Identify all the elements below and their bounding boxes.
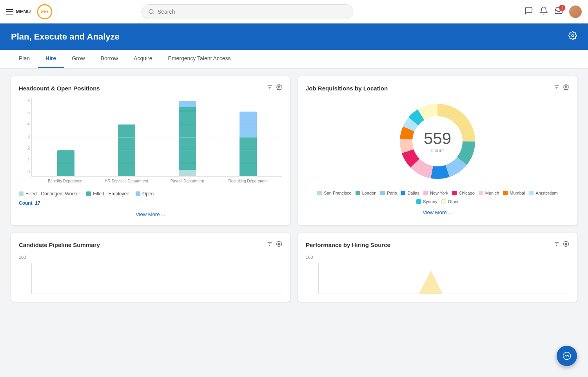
performance-filter-button[interactable] xyxy=(554,241,560,249)
menu-button[interactable]: MENU xyxy=(6,9,31,14)
legend-london-label: London xyxy=(362,191,377,195)
menu-label: MENU xyxy=(16,9,31,14)
y-label-1: 1 xyxy=(19,157,30,162)
x-label-benefits: Benefits Department xyxy=(39,179,92,183)
y-label-5: 5 xyxy=(19,110,30,115)
bar-payroll[interactable] xyxy=(161,101,214,176)
bar-recruiting[interactable] xyxy=(221,112,274,176)
count-label: Count xyxy=(19,200,33,206)
bar-hr[interactable] xyxy=(100,124,153,176)
performance-card: Performance by Hiring Source 160 xyxy=(298,233,577,302)
donut-settings-button[interactable] xyxy=(563,84,569,92)
pipeline-filter-button[interactable] xyxy=(267,241,273,249)
legend-newyork: New York xyxy=(423,191,448,195)
legend-other: Other xyxy=(441,199,459,204)
headcount-card: Headcount & Open Positions 0 1 2 3 4 xyxy=(11,76,290,225)
inbox-button[interactable]: 1 xyxy=(554,6,563,17)
legend-newyork-label: New York xyxy=(430,191,448,195)
hamburger-icon xyxy=(6,9,13,14)
x-label-hr: HR Services Department xyxy=(100,179,153,183)
svg-point-7 xyxy=(278,87,280,88)
legend-paris-label: Paris xyxy=(387,191,397,195)
legend-dot-open xyxy=(136,191,140,196)
legend-sydney: Sydney xyxy=(416,199,437,204)
performance-settings-button[interactable] xyxy=(563,241,569,249)
svg-point-11 xyxy=(565,87,567,88)
svg-point-19 xyxy=(565,243,567,245)
tab-acquire[interactable]: Acquire xyxy=(126,50,160,68)
bar-open-recruiting xyxy=(240,112,257,137)
tab-borrow[interactable]: Borrow xyxy=(93,50,126,68)
legend-contingent: Filled - Contingent Worker xyxy=(19,191,80,197)
legend-employee: Filled - Employee xyxy=(86,191,129,197)
donut-wrapper: 559 Count xyxy=(394,98,481,184)
legend-sf-label: San Francisco xyxy=(324,191,351,195)
y-label-4: 4 xyxy=(19,122,30,126)
headcount-count: Count 17 xyxy=(19,200,282,206)
legend-mumbai: Mumbai xyxy=(503,191,525,195)
search-bar xyxy=(142,4,353,19)
chat-fab[interactable] xyxy=(557,346,577,366)
headcount-settings-button[interactable] xyxy=(276,84,282,92)
chat-fab-icon xyxy=(562,351,572,361)
pipeline-card: Candidate Pipeline Summary 100 xyxy=(11,233,290,302)
search-icon xyxy=(148,9,154,15)
headcount-view-more[interactable]: View More ... xyxy=(19,211,282,217)
donut-card-actions xyxy=(554,84,569,92)
pipeline-card-actions xyxy=(267,241,282,249)
bar-contingent-payroll xyxy=(179,170,196,176)
legend-label-open: Open xyxy=(142,191,154,197)
avatar[interactable] xyxy=(569,5,582,18)
chat-button[interactable] xyxy=(524,6,533,17)
performance-card-header: Performance by Hiring Source xyxy=(306,241,569,249)
workday-logo xyxy=(37,4,53,20)
performance-card-actions xyxy=(554,241,569,249)
x-label-payroll: Payroll Department xyxy=(161,179,214,183)
tab-plan[interactable]: Plan xyxy=(11,50,38,68)
headcount-legend: Filled - Contingent Worker Filled - Empl… xyxy=(19,191,282,197)
y-label-0: 0 xyxy=(19,169,30,174)
legend-mumbai-label: Mumbai xyxy=(510,191,525,195)
donut-center-label: Count xyxy=(424,148,451,153)
performance-y-label: 160 xyxy=(306,255,313,260)
notifications-button[interactable] xyxy=(539,6,548,17)
legend-paris: Paris xyxy=(380,191,397,195)
tab-grow[interactable]: Grow xyxy=(64,50,93,68)
bar-open-payroll xyxy=(179,101,196,107)
bar-chart-area: 0 1 2 3 4 5 6 xyxy=(19,98,282,186)
top-navigation: MENU 1 xyxy=(0,0,588,23)
legend-dallas-label: Dallas xyxy=(407,191,419,195)
pipeline-y-label: 100 xyxy=(19,255,26,260)
tab-hire[interactable]: Hire xyxy=(38,50,64,68)
bar-benefits[interactable] xyxy=(40,150,93,176)
performance-chart-area: 160 xyxy=(306,255,569,294)
svg-line-2 xyxy=(152,13,154,14)
page-settings-button[interactable] xyxy=(568,31,577,42)
y-label-6: 6 xyxy=(19,98,30,103)
legend-chicago-label: Chicago xyxy=(459,191,474,195)
svg-point-15 xyxy=(278,243,280,245)
headcount-filter-button[interactable] xyxy=(267,84,273,92)
legend-label-contingent: Filled - Contingent Worker xyxy=(25,191,80,197)
pipeline-settings-button[interactable] xyxy=(276,241,282,249)
headcount-card-title: Headcount & Open Positions xyxy=(19,85,100,92)
page-title: Plan, Execute and Analyze xyxy=(11,32,120,42)
search-input[interactable] xyxy=(158,9,347,15)
donut-container: 559 Count San Francisco London Paris xyxy=(306,98,569,204)
legend-dot-contingent xyxy=(19,191,24,196)
donut-view-more[interactable]: View More ... xyxy=(306,209,569,215)
bar-filled-employee-benefits xyxy=(57,150,74,176)
inbox-badge: 1 xyxy=(559,5,565,11)
donut-card-header: Job Requisitions by Location xyxy=(306,84,569,92)
donut-filter-button[interactable] xyxy=(554,84,560,92)
legend-open: Open xyxy=(136,191,154,197)
donut-legend: San Francisco London Paris Dallas New Yo… xyxy=(306,191,569,204)
page-header: Plan, Execute and Analyze xyxy=(0,23,588,50)
nav-icons: 1 xyxy=(524,5,582,18)
svg-point-1 xyxy=(149,9,153,14)
y-label-3: 3 xyxy=(19,134,30,139)
tab-emergency[interactable]: Emergency Talent Access xyxy=(160,50,239,68)
x-label-recruiting: Recruiting Department xyxy=(221,179,274,183)
legend-munich: Munich xyxy=(479,191,499,195)
legend-dallas: Dallas xyxy=(401,191,419,195)
